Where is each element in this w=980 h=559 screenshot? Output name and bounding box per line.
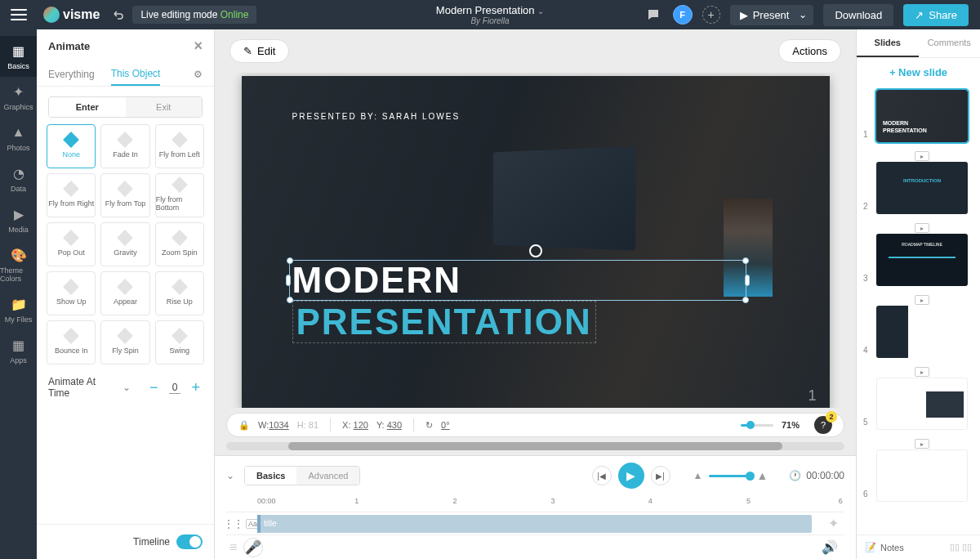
anim-zoom-spin[interactable]: Zoom Spin [155,222,204,266]
timeline-ruler: 00:00 1 2 3 4 5 6 [257,497,844,512]
resize-handle[interactable] [286,275,291,286]
resize-handle[interactable] [745,275,750,286]
play-button[interactable]: ▶ [618,463,644,489]
tab-comments[interactable]: Comments [919,29,981,57]
anim-gravity[interactable]: Gravity [100,222,149,266]
time-value[interactable]: 0 [169,382,181,394]
add-user-button[interactable]: + [702,6,720,24]
drag-icon[interactable]: ≡ [229,540,237,555]
anim-fly-bottom[interactable]: Fly from Bottom [155,173,204,217]
present-dropdown[interactable]: ⌄ [792,5,813,25]
anim-show-up[interactable]: Show Up [47,271,96,315]
transition-icon[interactable]: ▸ [915,439,929,449]
drag-icon[interactable]: ⋮⋮ [224,518,243,530]
resize-handle[interactable] [742,257,749,264]
resize-handle[interactable] [742,297,749,303]
tab-advanced[interactable]: Advanced [296,467,359,485]
slide-thumb-5[interactable] [876,378,968,430]
slide-thumb-4[interactable] [876,306,968,358]
menu-button[interactable] [0,0,37,29]
layout-icons[interactable]: ▯▯ ▯▯ [950,542,972,552]
timeline-row[interactable]: ⋮⋮Aa title ✦ [226,512,844,534]
rail-media[interactable]: ▶Media [0,199,37,240]
transition-icon[interactable]: ▸ [915,367,929,377]
mic-button[interactable]: 🎤 [243,538,263,557]
new-slide-button[interactable]: + New slide [865,66,972,78]
present-button[interactable]: ▶ Present [730,5,800,25]
rail-basics[interactable]: ▦Basics [0,36,37,77]
chat-icon[interactable] [644,5,663,25]
download-button[interactable]: Download [823,4,893,26]
resize-handle[interactable] [287,257,293,264]
anim-pop-out[interactable]: Pop Out [47,222,96,266]
enter-button[interactable]: Enter [49,97,126,117]
anim-fly-right[interactable]: Fly from Right [47,173,96,217]
slide-thumb-2[interactable] [876,162,968,214]
tool-rail: ▦Basics ✦Graphics ▲Photos ◔Data ▶Media 🎨… [0,29,37,559]
timeline-label: Timeline [133,536,170,548]
tab-basics[interactable]: Basics [245,467,296,485]
collapse-icon[interactable]: ⌄ [226,470,234,481]
volume-button[interactable]: 🔊 [822,539,844,555]
slide-thumb-1[interactable] [876,90,968,142]
transition-icon[interactable]: ▸ [915,223,929,233]
close-icon[interactable]: × [194,38,203,55]
avatar[interactable]: F [673,5,693,25]
tab-this-object[interactable]: This Object [111,63,161,86]
top-bar: visme Live editing mode Online Modern Pr… [0,0,980,29]
anim-fly-left[interactable]: Fly from Left [155,124,204,168]
actions-button[interactable]: Actions [778,39,841,63]
rail-photos[interactable]: ▲Photos [0,118,37,159]
slide-thumb-6[interactable] [876,449,968,502]
zoom-in-icon[interactable]: ▲ [756,469,768,482]
rail-data[interactable]: ◔Data [0,159,37,199]
prev-button[interactable]: |◀ [592,466,612,485]
document-title[interactable]: Modern Presentation ⌄ By Fiorella [436,4,544,25]
edit-button[interactable]: ✎ Edit [229,39,289,63]
plus-button[interactable]: + [189,380,203,395]
rotate-icon[interactable]: ↻ [425,420,433,431]
selection-box[interactable] [289,260,746,301]
undo-icon[interactable] [111,8,124,21]
help-button[interactable]: ?2 [814,416,832,434]
slide-thumb-3[interactable] [876,234,968,286]
anim-fly-top[interactable]: Fly from Top [100,173,149,217]
lock-icon[interactable]: 🔒 [238,420,250,431]
zoom-slider[interactable] [741,424,773,427]
rail-files[interactable]: 📁My Files [0,289,37,330]
resize-handle[interactable] [287,297,293,303]
chevron-down-icon[interactable]: ⌄ [122,382,131,393]
rail-apps[interactable]: ▦Apps [0,330,37,371]
zoom-value: 71% [782,420,800,430]
add-icon[interactable]: ✦ [828,516,844,531]
transition-icon[interactable]: ▸ [915,151,929,161]
tab-everything[interactable]: Everything [48,64,95,85]
anim-fly-spin[interactable]: Fly Spin [100,320,149,364]
timeline-clip[interactable]: title [257,515,812,533]
next-button[interactable]: ▶| [651,466,670,485]
gear-icon[interactable]: ⚙ [194,69,203,80]
tab-slides[interactable]: Slides [857,29,919,57]
rail-graphics[interactable]: ✦Graphics [0,77,37,118]
horizontal-scrollbar[interactable] [226,442,844,450]
slides-panel: Slides Comments + New slide 1 ▸ 2 ▸ 3 ▸ … [856,29,980,559]
rail-theme[interactable]: 🎨Theme Colors [0,240,37,289]
anim-bounce-in[interactable]: Bounce In [47,320,96,364]
slide-canvas[interactable]: PRESENTED BY: SARAH LOWES MODERN PRESENT… [242,76,830,408]
anim-fade-in[interactable]: Fade In [100,124,149,168]
anim-swing[interactable]: Swing [155,320,204,364]
zoom-out-icon[interactable]: ▲ [693,470,703,481]
share-button[interactable]: ↗ Share [903,4,969,26]
anim-none[interactable]: None [47,124,96,168]
exit-button[interactable]: Exit [126,97,203,117]
transition-icon[interactable]: ▸ [915,295,929,305]
timeline-toggle[interactable] [176,534,203,549]
timeline-zoom-slider[interactable] [709,475,750,477]
title-presentation[interactable]: PRESENTATION [292,301,596,343]
rotate-handle[interactable] [529,244,542,257]
minus-button[interactable]: − [147,380,161,395]
notes-button[interactable]: 📝 Notes [865,542,904,552]
anim-appear[interactable]: Appear [100,271,149,315]
animate-panel: Animate× Everything This Object ⚙ Enter … [37,29,215,559]
anim-rise-up[interactable]: Rise Up [155,271,204,315]
